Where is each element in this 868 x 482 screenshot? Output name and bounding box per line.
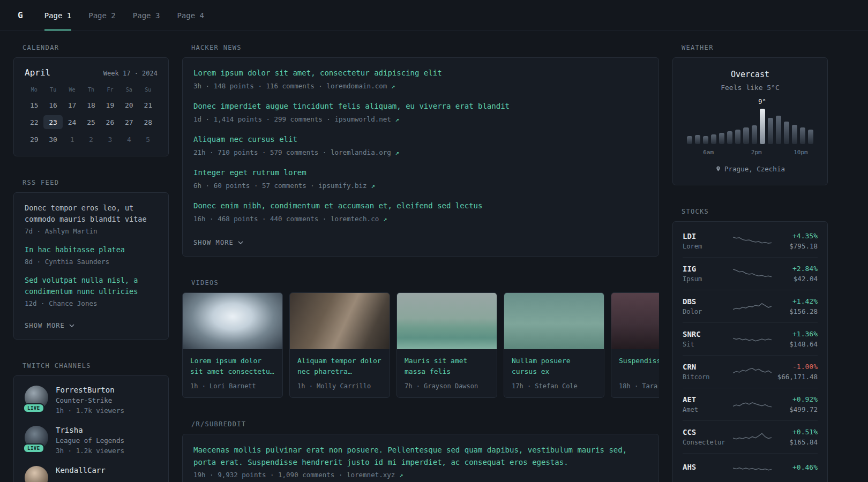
twitch-card: LIVEForrestBurtonCounter-Strike1h · 1.7k… <box>13 375 169 482</box>
stock-row[interactable]: CRNBitcorn-1.00%$66,171.48 <box>683 356 818 388</box>
calendar-weekday: We <box>63 87 81 93</box>
weather-bar <box>743 127 749 144</box>
video-card[interactable]: Aliquam tempor dolor nec pharetra…1h · M… <box>289 292 390 398</box>
stock-price: $795.18 <box>775 242 818 250</box>
weather-bar <box>784 122 789 144</box>
weather-bar <box>719 133 724 144</box>
tab-page-1[interactable]: Page 1 <box>44 0 72 31</box>
external-link-icon: ↗ <box>395 148 399 156</box>
hn-post-stats: 6h · 60 points · 57 comments · <box>193 182 318 190</box>
rss-item: Sed volutpat nulla nisl, a condimentum n… <box>25 275 158 307</box>
channel-category: League of Legends <box>56 436 124 445</box>
rss-item-title[interactable]: Donec tempor eros leo, ut commodo mauris… <box>25 202 158 225</box>
stock-row[interactable]: IIGIpsum+2.84%$42.04 <box>683 258 818 290</box>
avatar-image <box>25 466 48 482</box>
weather-bar <box>687 136 692 144</box>
tab-page-2[interactable]: Page 2 <box>88 0 116 31</box>
rss-item-title[interactable]: In hac habitasse platea <box>25 244 158 255</box>
tabs: Page 1Page 2Page 3Page 4 <box>44 0 204 31</box>
section-title-stocks: STOCKS <box>672 208 828 215</box>
weather-condition: Overcast <box>684 70 817 79</box>
stock-ticker: AET <box>683 395 730 404</box>
stock-name: Dolor <box>683 308 730 315</box>
video-title: Suspendisse diam <box>619 356 659 377</box>
tab-page-3[interactable]: Page 3 <box>133 0 160 31</box>
stock-price: $156.28 <box>775 307 818 315</box>
hn-post-domain-link[interactable]: loremdomain.com <box>326 82 391 90</box>
external-link-icon: ↗ <box>383 215 387 223</box>
hn-post-meta: 3h · 148 points · 116 comments · loremdo… <box>193 82 648 90</box>
hn-post-title[interactable]: Integer eget rutrum lorem <box>193 167 648 178</box>
stock-name: Sit <box>683 341 730 348</box>
stock-identity: AETAmet <box>683 395 730 413</box>
stock-price: $42.04 <box>775 275 818 283</box>
calendar-weekday: Th <box>81 87 100 93</box>
video-thumbnail <box>611 293 659 349</box>
stock-name: Ipsum <box>683 275 730 283</box>
calendar-month: April <box>25 67 50 78</box>
stock-ticker: AHS <box>683 463 730 471</box>
stock-identity: CRNBitcorn <box>683 363 730 381</box>
external-link-icon: ↗ <box>371 182 375 190</box>
subreddit-post-title[interactable]: Maecenas mollis pulvinar erat non posuer… <box>193 444 648 469</box>
rss-item-title[interactable]: Sed volutpat nulla nisl, a condimentum n… <box>25 275 158 297</box>
calendar-day: 25 <box>81 115 100 129</box>
weather-bar <box>776 116 781 144</box>
stock-row[interactable]: DBSDolor+1.42%$156.28 <box>683 290 818 323</box>
hn-post-domain-link[interactable]: loremtech.co <box>331 215 383 223</box>
stock-identity: DBSDolor <box>683 297 730 315</box>
calendar-day: 4 <box>119 132 138 146</box>
right-column: WEATHER Overcast Feels like 5°C 9° 6am2p… <box>672 44 828 482</box>
stock-row[interactable]: SNRCSit+1.36%$148.64 <box>683 323 818 356</box>
channel-info: TrishaLeague of Legends3h · 1.2k viewers <box>56 426 124 455</box>
tab-page-4[interactable]: Page 4 <box>177 0 204 31</box>
weather-bars: 9° <box>687 107 813 144</box>
weather-bar <box>768 118 773 144</box>
rss-section: RSS FEED Donec tempor eros leo, ut commo… <box>13 179 169 340</box>
hacker-news-show-more-button[interactable]: SHOW MORE <box>193 239 243 246</box>
avatar: LIVE <box>25 466 48 482</box>
subreddit-post-domain-link[interactable]: loremnet.xyz <box>347 471 399 479</box>
stock-row[interactable]: AHS+0.46% <box>683 454 818 482</box>
video-card-body: Mauris sit amet massa felis7h · Grayson … <box>397 349 497 397</box>
stock-name: Amet <box>683 406 730 413</box>
videos-section: VIDEOS Lorem ipsum dolor sit amet consec… <box>182 279 659 398</box>
stock-values: +1.36%$148.64 <box>775 330 818 348</box>
twitch-channel[interactable]: LIVEForrestBurtonCounter-Strike1h · 1.7k… <box>25 386 158 415</box>
video-card-body: Nullam posuere cursus ex17h · Stefan Col… <box>504 349 604 397</box>
stock-price: $66,171.48 <box>775 373 818 381</box>
stock-change: +4.35% <box>775 232 818 240</box>
stock-row[interactable]: AETAmet+0.92%$499.72 <box>683 388 818 421</box>
calendar-day: 17 <box>63 98 81 112</box>
external-link-icon: ↗ <box>395 115 399 123</box>
stock-row[interactable]: CCSConsectetur+0.51%$165.84 <box>683 421 818 454</box>
video-title: Mauris sit amet massa felis <box>405 356 489 377</box>
location-pin-icon <box>715 165 721 172</box>
hn-post-title[interactable]: Aliquam nec cursus elit <box>193 134 648 145</box>
twitch-channel[interactable]: LIVETrishaLeague of Legends3h · 1.2k vie… <box>25 426 158 455</box>
weather-bar <box>800 127 805 144</box>
calendar-day: 16 <box>43 98 62 112</box>
calendar-day: 5 <box>139 132 158 146</box>
video-card[interactable]: Lorem ipsum dolor sit amet consectetu…1h… <box>182 292 283 398</box>
video-card[interactable]: Mauris sit amet massa felis7h · Grayson … <box>396 292 497 398</box>
hn-post-domain-link[interactable]: ipsumworld.net <box>334 115 395 123</box>
hn-post-title[interactable]: Donec enim nibh, condimentum et accumsan… <box>193 200 648 212</box>
video-card[interactable]: Nullam posuere cursus ex17h · Stefan Col… <box>504 292 604 398</box>
hacker-news-card: Lorem ipsum dolor sit amet, consectetur … <box>182 57 659 257</box>
hn-post-domain-link[interactable]: loremlandia.org <box>331 148 395 156</box>
stock-ticker: CRN <box>683 363 730 371</box>
calendar-weekday: Mo <box>25 87 43 93</box>
hn-post-title[interactable]: Donec imperdiet augue tincidunt felis al… <box>193 101 648 112</box>
hn-post-title[interactable]: Lorem ipsum dolor sit amet, consectetur … <box>193 67 648 79</box>
rss-item: In hac habitasse platea8d · Cynthia Saun… <box>25 244 158 266</box>
video-card[interactable]: Suspendisse diam18h · Tara <box>611 292 659 398</box>
calendar-days: 1516171819202122232425262728293012345 <box>25 98 158 146</box>
subreddit-section: /R/SUBREDDIT Maecenas mollis pulvinar er… <box>182 420 659 482</box>
rss-item-meta: 8d · Cynthia Saunders <box>25 258 158 266</box>
rss-show-more-button[interactable]: SHOW MORE <box>25 322 74 329</box>
hn-post-domain-link[interactable]: ipsumify.biz <box>318 182 371 190</box>
stock-row[interactable]: LDILorem+4.35%$795.18 <box>683 225 818 258</box>
calendar-day: 3 <box>101 132 119 146</box>
twitch-channel[interactable]: LIVEKendallCarr <box>25 466 158 482</box>
